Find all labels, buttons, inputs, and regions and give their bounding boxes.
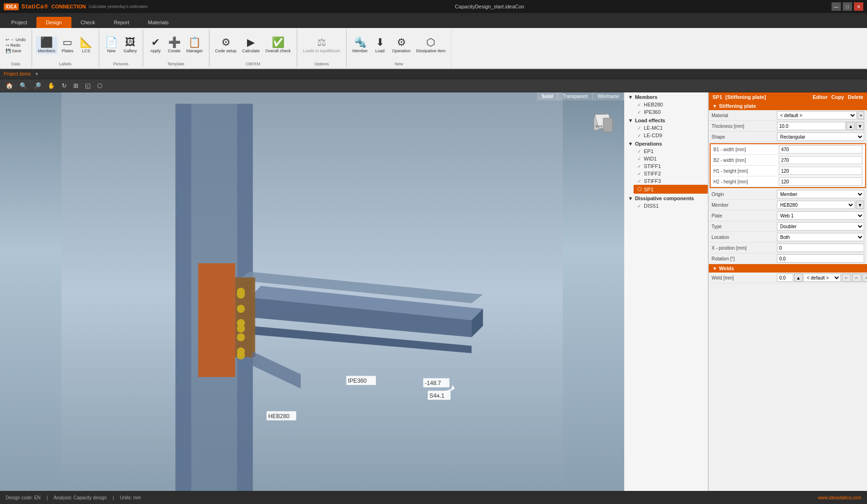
tree-item-sp1[interactable]: ⬡ SP1 bbox=[634, 185, 708, 194]
tab-report[interactable]: Report bbox=[105, 17, 139, 28]
tree-item-stiff3[interactable]: ✓ STIFF3 bbox=[634, 177, 708, 185]
editor-button[interactable]: Editor bbox=[813, 94, 828, 100]
new-dissipative-button[interactable]: ⬡ Dissipative item bbox=[414, 36, 447, 54]
svg-point-17 bbox=[237, 325, 245, 333]
tree-item-stiff1[interactable]: ✓ STIFF1 bbox=[634, 162, 708, 170]
tree-members-items: ✓ HEB280 ✓ IPE360 bbox=[624, 101, 708, 116]
ribbon-group-data: ↩ ← Undo ↪ Redo 💾 Save Data bbox=[0, 28, 32, 68]
origin-select[interactable]: Member bbox=[777, 190, 864, 198]
thickness-input[interactable] bbox=[777, 122, 846, 130]
code-setup-button[interactable]: ⚙ Code setup bbox=[213, 36, 239, 54]
member-select-btn[interactable]: ▼ bbox=[856, 201, 864, 209]
tree-section-operations[interactable]: ▼ Operations bbox=[624, 139, 708, 147]
solid-view-button[interactable]: Solid bbox=[537, 92, 558, 100]
tree-item-heb280[interactable]: ✓ HEB280 bbox=[634, 101, 708, 108]
tree-section-load-effects[interactable]: ▼ Load effects bbox=[624, 116, 708, 124]
members-button[interactable]: ⬛ Members bbox=[36, 36, 57, 54]
calculate-button[interactable]: ▶ Calculate bbox=[240, 36, 262, 54]
svg-point-18 bbox=[237, 351, 245, 359]
weld-input[interactable] bbox=[777, 273, 793, 282]
wireframe-view-button[interactable]: Wireframe bbox=[593, 92, 624, 100]
weld-up[interactable]: ▲ bbox=[794, 273, 803, 282]
type-select[interactable]: Doubler bbox=[777, 222, 864, 231]
delete-button[interactable]: Delete bbox=[848, 94, 863, 100]
settings-button[interactable]: ⬡ bbox=[95, 81, 104, 90]
transparent-view-button[interactable]: Transparent bbox=[558, 92, 593, 100]
copy-button[interactable]: Copy bbox=[831, 94, 844, 100]
tab-design[interactable]: Design bbox=[36, 17, 71, 28]
tree-section-members[interactable]: ▼ Members bbox=[624, 92, 708, 101]
stiffening-plate-section[interactable]: ▼ Stiffening plate bbox=[709, 102, 867, 110]
full-screen-button[interactable]: ◱ bbox=[83, 81, 92, 90]
b1-input[interactable] bbox=[779, 145, 862, 154]
save-button[interactable]: 💾 Save bbox=[4, 48, 28, 54]
gallery-button[interactable]: 🖼 Gallery bbox=[122, 36, 139, 54]
weld-type-3-button[interactable]: ⌐ bbox=[862, 273, 867, 282]
ribbon-group-options: ⚖ Loads in equilibrium Options bbox=[297, 28, 346, 68]
close-button[interactable]: ✕ bbox=[854, 2, 863, 11]
material-select[interactable]: < default > bbox=[777, 111, 857, 119]
new-load-button[interactable]: ⬇ Load bbox=[372, 36, 388, 54]
material-row: Material < default > + bbox=[709, 110, 867, 121]
pan-button[interactable]: ✋ bbox=[46, 81, 57, 90]
location-select[interactable]: Both bbox=[777, 233, 864, 241]
material-add-button[interactable]: + bbox=[858, 111, 864, 119]
project-items-expand[interactable]: ▼ bbox=[35, 71, 39, 77]
lcs-icon: 📐 bbox=[80, 37, 92, 48]
tree-section-dissipative[interactable]: ▼ Dissipative components bbox=[624, 194, 708, 202]
grid-button[interactable]: ⊞ bbox=[71, 81, 80, 90]
new-picture-icon: 📄 bbox=[105, 37, 118, 48]
maximize-button[interactable]: □ bbox=[843, 2, 852, 11]
tree-item-wid1[interactable]: ✓ WID1 bbox=[634, 155, 708, 162]
apply-button[interactable]: ✔ Apply bbox=[147, 36, 164, 54]
design-code-text: Design code: EN bbox=[6, 495, 41, 500]
new-picture-button[interactable]: 📄 New bbox=[103, 36, 120, 54]
weld-type-1-button[interactable]: ⌐ bbox=[842, 273, 851, 282]
loads-equilibrium-button[interactable]: ⚖ Loads in equilibrium bbox=[301, 36, 342, 54]
rotation-input[interactable] bbox=[777, 254, 864, 263]
h2-input[interactable] bbox=[779, 177, 862, 186]
h1-input[interactable] bbox=[779, 167, 862, 175]
viewport[interactable]: Solid Transparent Wireframe bbox=[0, 92, 624, 491]
tree-item-le-mc1[interactable]: ✓ LE-MC1 bbox=[634, 124, 708, 132]
b2-row: B2 - width [mm] bbox=[711, 155, 865, 166]
minimize-button[interactable]: — bbox=[832, 2, 841, 11]
new-operation-icon: ⚙ bbox=[397, 37, 406, 48]
tree-item-ep1[interactable]: ✓ EP1 bbox=[634, 147, 708, 155]
new-operation-button[interactable]: ⚙ Operation bbox=[390, 36, 413, 54]
thickness-down[interactable]: ▼ bbox=[856, 122, 864, 130]
redo-button[interactable]: ↪ Redo bbox=[4, 42, 28, 48]
b2-input[interactable] bbox=[779, 156, 862, 164]
create-button[interactable]: ➕ Create bbox=[166, 36, 183, 54]
tree-item-ipe360[interactable]: ✓ IPE360 bbox=[634, 108, 708, 116]
plate-select[interactable]: Web 1 bbox=[777, 211, 864, 220]
svg-rect-10 bbox=[198, 263, 235, 377]
weld-default-select[interactable]: < default > bbox=[804, 273, 841, 282]
manager-button[interactable]: 📋 Manager bbox=[184, 36, 205, 54]
plates-button[interactable]: ▭ Plates bbox=[59, 36, 76, 54]
zoom-button[interactable]: 🔍 bbox=[18, 81, 29, 90]
new-member-button[interactable]: 🔩 Member bbox=[351, 36, 370, 54]
thickness-up[interactable]: ▲ bbox=[846, 122, 855, 130]
lcs-button[interactable]: 📐 LCS bbox=[78, 36, 95, 54]
cube-navigator[interactable]: front bbox=[589, 111, 620, 141]
welds-section[interactable]: ▼ Welds bbox=[709, 264, 867, 273]
zoom-fit-button[interactable]: 🔎 bbox=[32, 81, 43, 90]
origin-label: Origin bbox=[712, 192, 777, 197]
tree-item-stiff2[interactable]: ✓ STIFF2 bbox=[634, 170, 708, 177]
overall-check-button[interactable]: ✅ Overall check bbox=[263, 36, 293, 54]
weld-type-2-button[interactable]: ⌐ bbox=[852, 273, 861, 282]
home-view-button[interactable]: 🏠 bbox=[4, 81, 15, 90]
tab-check[interactable]: Check bbox=[71, 17, 105, 28]
tab-project[interactable]: Project bbox=[2, 17, 36, 28]
tree-panel: ▼ Members ✓ HEB280 ✓ IPE360 ▼ Load effec… bbox=[624, 92, 708, 491]
undo-button[interactable]: ↩ ← Undo bbox=[4, 37, 28, 42]
shape-select[interactable]: Rectangular bbox=[777, 133, 864, 141]
rotate-button[interactable]: ↻ bbox=[60, 81, 69, 90]
x-position-input[interactable] bbox=[777, 244, 864, 252]
titlebar-controls[interactable]: — □ ✕ bbox=[832, 2, 863, 11]
tree-item-diss1[interactable]: ✓ DISS1 bbox=[634, 202, 708, 210]
member-select[interactable]: HEB280 bbox=[777, 201, 855, 209]
tab-materials[interactable]: Materials bbox=[139, 17, 178, 28]
tree-item-le-cd9[interactable]: ✓ LE-CD9 bbox=[634, 132, 708, 139]
